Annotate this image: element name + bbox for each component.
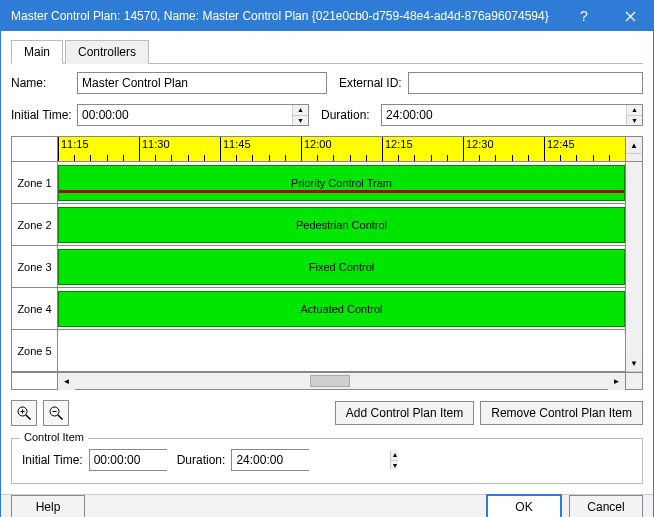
timeline-ruler[interactable]: 11:1511:3011:4512:0012:1512:3012:4513:00 [58,137,625,161]
spin-up-icon[interactable]: ▲ [391,450,398,461]
horizontal-scrollbar[interactable]: ◄ ► [58,372,625,389]
zone-label: Zone 4 [12,288,57,330]
timeline: 11:1511:3011:4512:0012:1512:3012:4513:00… [11,136,643,390]
timeline-corner [12,137,58,161]
ok-button[interactable]: OK [487,495,561,517]
svg-line-3 [26,415,31,420]
add-control-plan-item-button[interactable]: Add Control Plan Item [335,401,474,425]
magnifier-minus-icon [48,405,64,421]
magnifier-plus-icon [16,405,32,421]
external-id-input[interactable] [408,72,643,94]
cancel-button[interactable]: Cancel [569,495,643,517]
vertical-scrollbar[interactable]: ▲ [625,137,642,161]
ruler-tick: 11:15 [58,137,59,161]
zone-row[interactable]: Actuated Control [58,288,625,330]
zone-row[interactable]: Priority Control Tram [58,162,625,204]
zoom-in-button[interactable] [11,400,37,426]
zone-label: Zone 3 [12,246,57,288]
zoom-out-button[interactable] [43,400,69,426]
initial-time-label: Initial Time: [11,108,71,122]
control-plan-bar[interactable]: Pedestrian Control [58,207,625,243]
ruler-tick: 12:30 [463,137,464,161]
help-titlebar-button[interactable]: ? [561,1,607,31]
ruler-tick: 12:45 [544,137,545,161]
zone-label: Zone 5 [12,330,57,372]
tab-main[interactable]: Main [11,40,63,64]
ruler-tick-label: 11:15 [61,138,89,150]
scroll-right-icon[interactable]: ► [608,373,625,390]
vscroll-track[interactable] [626,162,642,355]
scroll-down-icon[interactable]: ▼ [626,355,642,372]
spin-down-icon[interactable]: ▼ [627,116,642,126]
initial-time-input[interactable] [78,105,292,125]
remove-control-plan-item-button[interactable]: Remove Control Plan Item [480,401,643,425]
control-item-legend: Control Item [20,431,88,443]
ruler-tick: 12:00 [301,137,302,161]
ruler-tick-label: 12:15 [385,138,413,150]
zone-row[interactable]: Pedestrian Control [58,204,625,246]
ruler-tick-label: 12:45 [547,138,575,150]
duration-label: Duration: [321,108,375,122]
ci-duration-label: Duration: [177,453,226,467]
ruler-tick-label: 11:45 [223,138,251,150]
help-button[interactable]: Help [11,495,85,517]
spin-down-icon[interactable]: ▼ [293,116,308,126]
ruler-tick-label: 11:30 [142,138,170,150]
spin-down-icon[interactable]: ▼ [391,461,398,471]
spin-up-icon[interactable]: ▲ [627,105,642,116]
external-id-label: External ID: [339,76,402,90]
timeline-corner [12,372,58,389]
name-input[interactable] [77,72,327,94]
close-icon [625,11,636,22]
ruler-tick-label: 12:00 [304,138,332,150]
ruler-tick: 11:45 [220,137,221,161]
window-title: Master Control Plan: 14570, Name: Master… [11,9,561,23]
timeline-corner [625,372,642,389]
ci-duration-input[interactable] [232,450,390,470]
duration-input[interactable] [382,105,626,125]
scroll-left-icon[interactable]: ◄ [58,373,75,390]
ci-initial-time-label: Initial Time: [22,453,83,467]
hscroll-thumb[interactable] [310,375,350,387]
bar-redline [59,190,624,193]
ruler-tick: 11:30 [139,137,140,161]
scroll-up-icon[interactable]: ▲ [626,137,642,154]
ruler-tick: 12:15 [382,137,383,161]
spin-up-icon[interactable]: ▲ [293,105,308,116]
close-button[interactable] [607,1,653,31]
control-item-group: Control Item Initial Time: ▲▼ Duration: … [11,438,643,484]
name-label: Name: [11,76,71,90]
ruler-tick-label: 12:30 [466,138,494,150]
tab-controllers[interactable]: Controllers [65,40,149,64]
control-plan-bar[interactable]: Fixed Control [58,249,625,285]
svg-line-7 [58,415,63,420]
zone-row[interactable] [58,330,625,372]
zone-label: Zone 1 [12,162,57,204]
zone-label: Zone 2 [12,204,57,246]
control-plan-bar[interactable]: Priority Control Tram [58,165,625,201]
zone-row[interactable]: Fixed Control [58,246,625,288]
control-plan-bar[interactable]: Actuated Control [58,291,625,327]
